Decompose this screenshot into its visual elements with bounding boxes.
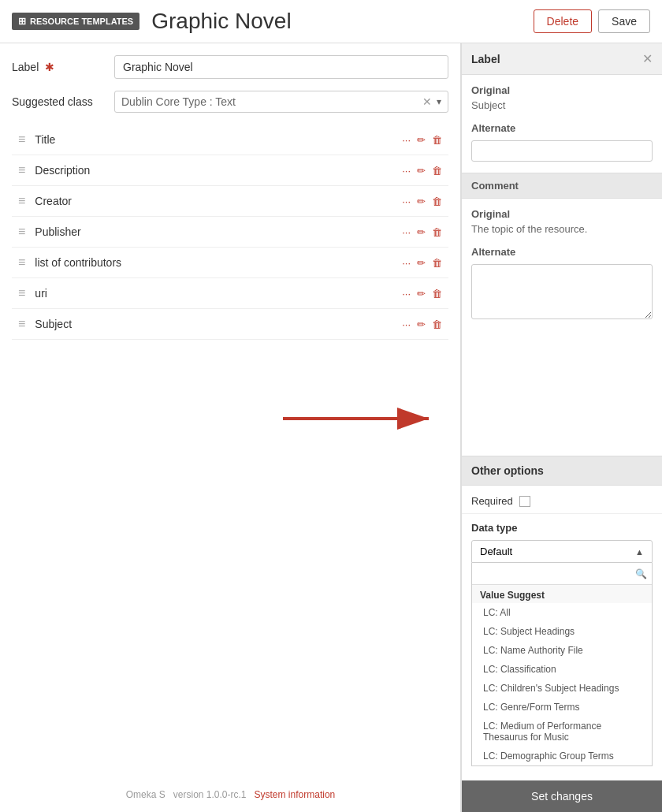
dropdown-item[interactable]: LC: Demographic Group Terms bbox=[472, 747, 652, 765]
edit-icon[interactable]: ✏ bbox=[417, 257, 426, 269]
resource-item-actions: ··· ✏ 🗑 bbox=[402, 257, 442, 269]
system-info-link[interactable]: System information bbox=[255, 789, 336, 800]
comment-alternate-group: Alternate bbox=[471, 246, 653, 322]
delete-icon[interactable]: 🗑 bbox=[432, 196, 442, 207]
label-section-header: Label ✕ bbox=[462, 43, 662, 75]
label-section-title: Label bbox=[471, 53, 500, 65]
resource-item: ≡ Description ··· ✏ 🗑 bbox=[12, 155, 448, 186]
more-options-icon[interactable]: ··· bbox=[402, 196, 411, 207]
dropdown-item[interactable]: LC: Genre/Form Terms bbox=[472, 698, 652, 717]
drag-handle-icon[interactable]: ≡ bbox=[18, 163, 25, 177]
resource-item-actions: ··· ✏ 🗑 bbox=[402, 196, 442, 207]
resource-item-name: uri bbox=[35, 287, 402, 300]
clear-suggested-class-button[interactable]: ✕ bbox=[422, 95, 432, 108]
dropdown-group-label: Value Suggest bbox=[472, 585, 652, 603]
resource-item-actions: ··· ✏ 🗑 bbox=[402, 165, 442, 177]
label-alternate-input[interactable] bbox=[471, 140, 653, 162]
dropdown-item[interactable]: LC: All bbox=[472, 603, 652, 622]
label-alternate-group: Alternate bbox=[471, 122, 653, 162]
more-options-icon[interactable]: ··· bbox=[402, 226, 411, 238]
delete-icon[interactable]: 🗑 bbox=[432, 257, 442, 269]
delete-button[interactable]: Delete bbox=[534, 9, 592, 33]
grid-icon: ⊞ bbox=[18, 16, 26, 27]
header: ⊞ RESOURCE TEMPLATES Graphic Novel Delet… bbox=[0, 0, 662, 43]
edit-icon[interactable]: ✏ bbox=[417, 165, 426, 177]
more-options-icon[interactable]: ··· bbox=[402, 134, 411, 146]
data-type-select-display[interactable]: Default ▲ bbox=[471, 540, 653, 563]
label-original-group: Original Subject bbox=[471, 84, 653, 111]
app-name: Omeka S bbox=[126, 789, 166, 800]
delete-icon[interactable]: 🗑 bbox=[432, 165, 442, 177]
edit-icon[interactable]: ✏ bbox=[417, 318, 426, 330]
suggested-class-select[interactable]: Dublin Core Type : Text ✕ ▾ bbox=[114, 91, 448, 113]
dropdown-search-input[interactable] bbox=[477, 566, 635, 581]
required-label: Required bbox=[471, 495, 513, 507]
suggested-class-row: Suggested class Dublin Core Type : Text … bbox=[12, 91, 448, 113]
required-row: Required bbox=[462, 486, 662, 514]
resource-item: ≡ Subject ··· ✏ 🗑 bbox=[12, 309, 448, 340]
more-options-icon[interactable]: ··· bbox=[402, 318, 411, 330]
edit-icon[interactable]: ✏ bbox=[417, 226, 426, 238]
resource-item-name: Creator bbox=[35, 195, 402, 207]
left-footer: Omeka S version 1.0.0-rc.1 System inform… bbox=[0, 785, 461, 804]
delete-icon[interactable]: 🗑 bbox=[432, 226, 442, 238]
delete-icon[interactable]: 🗑 bbox=[432, 288, 442, 300]
more-options-icon[interactable]: ··· bbox=[402, 165, 411, 177]
required-star: ✱ bbox=[45, 61, 54, 73]
suggested-class-dropdown-arrow[interactable]: ▾ bbox=[437, 96, 441, 107]
panel-close-button[interactable]: ✕ bbox=[642, 51, 653, 66]
comment-original-value: The topic of the resource. bbox=[471, 223, 653, 235]
right-panel: Label ✕ Original Subject Alternate Comme… bbox=[461, 43, 662, 812]
resource-item-name: list of contributors bbox=[35, 256, 402, 269]
search-icon[interactable]: 🔍 bbox=[635, 568, 647, 579]
data-type-label: Data type bbox=[471, 522, 653, 534]
resource-item: ≡ uri ··· ✏ 🗑 bbox=[12, 278, 448, 309]
dropdown-items-container: LC: AllLC: Subject HeadingsLC: Name Auth… bbox=[472, 603, 652, 765]
delete-icon[interactable]: 🗑 bbox=[432, 134, 442, 146]
data-type-select-wrapper: Default ▲ 🔍 Value Suggest LC: AllLC: Sub… bbox=[471, 540, 653, 766]
suggested-class-label: Suggested class bbox=[12, 95, 114, 108]
resource-templates-badge[interactable]: ⊞ RESOURCE TEMPLATES bbox=[12, 13, 139, 30]
version-text: version 1.0.0-rc.1 bbox=[173, 789, 247, 800]
comment-alternate-textarea[interactable] bbox=[471, 264, 653, 319]
dropdown-item[interactable]: LC: Name Authority File bbox=[472, 641, 652, 660]
badge-label: RESOURCE TEMPLATES bbox=[30, 17, 133, 26]
resource-item: ≡ list of contributors ··· ✏ 🗑 bbox=[12, 248, 448, 278]
data-type-section: Data type Default ▲ 🔍 Value Suggest LC: … bbox=[462, 514, 662, 780]
header-buttons: Delete Save bbox=[534, 9, 650, 33]
set-changes-button[interactable]: Set changes bbox=[462, 780, 662, 812]
drag-handle-icon[interactable]: ≡ bbox=[18, 286, 25, 300]
drag-handle-icon[interactable]: ≡ bbox=[18, 225, 25, 239]
dropdown-item[interactable]: LC: Children's Subject Headings bbox=[472, 679, 652, 698]
resource-item-actions: ··· ✏ 🗑 bbox=[402, 318, 442, 330]
drag-handle-icon[interactable]: ≡ bbox=[18, 317, 25, 331]
save-button[interactable]: Save bbox=[598, 9, 650, 33]
dropdown-item[interactable]: LC: Medium of Performance Thesaurus for … bbox=[472, 717, 652, 747]
drag-handle-icon[interactable]: ≡ bbox=[18, 255, 25, 270]
more-options-icon[interactable]: ··· bbox=[402, 288, 411, 300]
edit-icon[interactable]: ✏ bbox=[417, 134, 426, 146]
arrow-container bbox=[12, 387, 448, 450]
dropdown-item[interactable]: LC: Classification bbox=[472, 660, 652, 679]
resource-item-actions: ··· ✏ 🗑 bbox=[402, 288, 442, 300]
label-field-label: Label ✱ bbox=[12, 61, 114, 73]
dropdown-search-bar: 🔍 bbox=[472, 563, 652, 585]
delete-icon[interactable]: 🗑 bbox=[432, 318, 442, 330]
edit-icon[interactable]: ✏ bbox=[417, 196, 426, 207]
label-input[interactable] bbox=[114, 55, 448, 79]
required-checkbox[interactable] bbox=[519, 496, 530, 507]
resource-item-name: Description bbox=[35, 164, 402, 177]
dropdown-item[interactable]: LC: Subject Headings bbox=[472, 622, 652, 641]
resource-item-actions: ··· ✏ 🗑 bbox=[402, 134, 442, 146]
label-original-label: Original bbox=[471, 84, 653, 96]
resource-list: ≡ Title ··· ✏ 🗑 ≡ Description ··· ✏ 🗑 ≡ … bbox=[12, 125, 448, 340]
page-title: Graphic Novel bbox=[151, 9, 533, 34]
edit-icon[interactable]: ✏ bbox=[417, 288, 426, 300]
main-layout: Label ✱ Suggested class Dublin Core Type… bbox=[0, 43, 662, 812]
drag-handle-icon[interactable]: ≡ bbox=[18, 194, 25, 208]
label-row: Label ✱ bbox=[12, 55, 448, 79]
drag-handle-icon[interactable]: ≡ bbox=[18, 132, 25, 147]
more-options-icon[interactable]: ··· bbox=[402, 257, 411, 269]
select-up-arrow-icon: ▲ bbox=[635, 547, 644, 557]
comment-original-label: Original bbox=[471, 208, 653, 220]
